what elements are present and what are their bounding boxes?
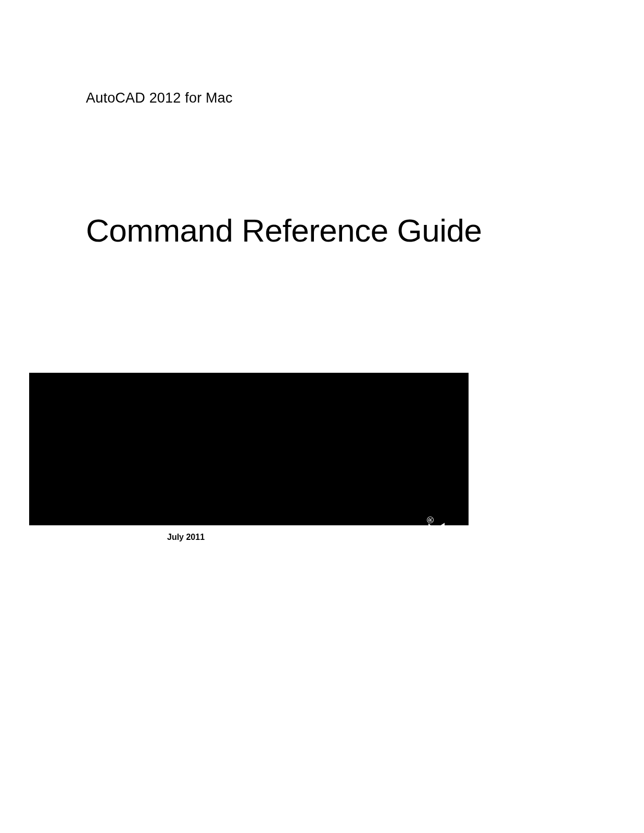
registered-mark: ® [425,517,436,523]
publisher-name: Autodesk [416,523,451,661]
publisher-logo-bar: Autodesk® [29,373,469,525]
publication-date: July 2011 [167,533,205,542]
document-cover-page: AutoCAD 2012 for Mac Command Reference G… [0,0,644,833]
product-name: AutoCAD 2012 for Mac [86,90,233,106]
publisher-logo: Autodesk® [416,517,452,662]
document-title: Command Reference Guide [86,212,482,249]
